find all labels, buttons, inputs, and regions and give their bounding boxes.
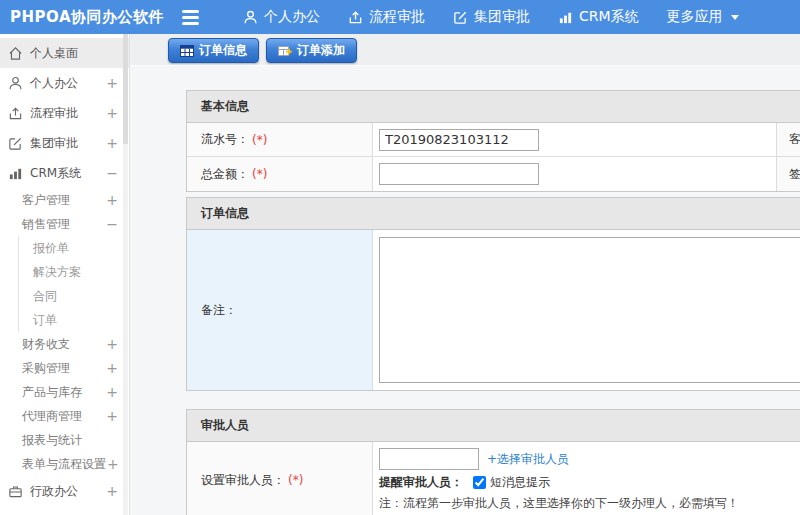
form-row-approvers: 设置审批人员： (*) +选择审批人员 提醒审批人员： 短消息提示 注：流程第一… xyxy=(187,442,800,515)
sidebar-item-sales-management[interactable]: 销售管理 − xyxy=(0,212,129,236)
sidebar-item-label: 销售管理 xyxy=(22,216,70,233)
expand-icon[interactable]: + xyxy=(106,193,118,207)
expand-icon[interactable]: + xyxy=(106,106,118,120)
sidebar-item-group-approval[interactable]: 集团审批 + xyxy=(0,128,129,158)
sidebar-item-personal-desktop[interactable]: 个人桌面 xyxy=(0,38,129,68)
flow-icon xyxy=(348,10,363,25)
field-label-right-cut: 签 xyxy=(777,157,800,191)
tab-bar: 订单信息 订单添加 xyxy=(130,34,800,66)
nav-label: 流程审批 xyxy=(369,8,425,26)
collapse-icon[interactable]: − xyxy=(106,217,118,231)
sidebar-item-label: 产品与库存 xyxy=(22,384,82,401)
serial-number-input[interactable] xyxy=(379,129,539,151)
expand-icon[interactable]: + xyxy=(106,484,118,498)
field-label-total-amount: 总金额： (*) xyxy=(187,157,373,191)
sidebar-item-product-inventory[interactable]: 产品与库存 + xyxy=(0,380,129,404)
sidebar-item-purchase-management[interactable]: 采购管理 + xyxy=(0,356,129,380)
form-row-total-amount: 总金额： (*) 签 xyxy=(187,157,800,191)
collapse-icon[interactable]: − xyxy=(106,166,118,180)
table-add-icon xyxy=(278,45,292,57)
section-title: 订单信息 xyxy=(187,198,800,230)
field-label-serial: 流水号： (*) xyxy=(187,123,373,156)
top-header: PHPOA协同办公软件 个人办公 流程审批 集团审批 CRM系统 更多应用 xyxy=(0,0,800,34)
sidebar-item-label: 集团审批 xyxy=(30,135,78,152)
chart-icon xyxy=(558,10,573,25)
remark-textarea[interactable] xyxy=(379,237,800,383)
briefcase-icon xyxy=(7,483,23,499)
sidebar: 个人桌面 个人办公 + 流程审批 + 集团审批 + CRM系统 − 客户管理 +… xyxy=(0,34,130,515)
form-content: 基本信息 流水号： (*) 客 总金额： (*) xyxy=(130,66,800,515)
nav-label: 更多应用 xyxy=(667,8,723,26)
expand-icon[interactable]: + xyxy=(106,409,118,423)
sidebar-item-form-flow-settings[interactable]: 表单与流程设置 + xyxy=(0,452,129,476)
sidebar-item-label: 合同 xyxy=(33,288,57,305)
sidebar-item-administrative-office[interactable]: 行政办公 + xyxy=(0,476,129,506)
field-label-remark: 备注： xyxy=(187,230,373,390)
nav-flow-approval[interactable]: 流程审批 xyxy=(334,0,439,34)
table-icon xyxy=(180,45,194,57)
sidebar-item-reports-statistics[interactable]: 报表与统计 xyxy=(0,428,129,452)
section-order-info: 订单信息 备注： xyxy=(186,197,800,391)
chart-icon xyxy=(7,165,23,181)
sidebar-item-customer-management[interactable]: 客户管理 + xyxy=(0,188,129,212)
form-row-serial: 流水号： (*) 客 xyxy=(187,123,800,157)
sidebar-item-finance[interactable]: 财务收支 + xyxy=(0,332,129,356)
top-nav: 个人办公 流程审批 集团审批 CRM系统 更多应用 xyxy=(229,0,753,34)
sidebar-item-solution[interactable]: 解决方案 xyxy=(0,260,129,284)
section-approvers: 审批人员 设置审批人员： (*) +选择审批人员 提醒审批人员： 短消息提示 xyxy=(186,409,800,515)
remind-label: 提醒审批人员： xyxy=(379,474,463,491)
section-basic-info: 基本信息 流水号： (*) 客 总金额： (*) xyxy=(186,90,800,192)
sms-notify-label: 短消息提示 xyxy=(490,474,550,491)
nav-group-approval[interactable]: 集团审批 xyxy=(439,0,544,34)
sidebar-item-label: 行政办公 xyxy=(30,483,78,500)
sidebar-item-label: 客户管理 xyxy=(22,192,70,209)
sidebar-item-order[interactable]: 订单 xyxy=(0,308,129,332)
caret-down-icon xyxy=(731,15,739,20)
expand-icon[interactable]: + xyxy=(106,337,118,351)
sidebar-item-label: 代理商管理 xyxy=(22,408,82,425)
expand-icon[interactable]: + xyxy=(106,76,118,90)
edit-icon xyxy=(453,10,468,25)
sidebar-item-crm-system[interactable]: CRM系统 − xyxy=(0,158,129,188)
field-label-right-cut: 客 xyxy=(777,123,800,156)
select-approver-link[interactable]: +选择审批人员 xyxy=(487,451,569,468)
tab-label: 订单信息 xyxy=(199,42,247,59)
tab-order-add[interactable]: 订单添加 xyxy=(266,38,357,63)
approver-input[interactable] xyxy=(379,448,479,470)
approver-note: 注：流程第一步审批人员，这里选择你的下一级办理人，必需填写！ xyxy=(379,495,800,512)
tab-order-info[interactable]: 订单信息 xyxy=(168,38,259,63)
sidebar-item-agent-management[interactable]: 代理商管理 + xyxy=(0,404,129,428)
field-label-approvers: 设置审批人员： (*) xyxy=(187,442,373,515)
expand-icon[interactable]: + xyxy=(107,457,119,471)
nav-more-apps[interactable]: 更多应用 xyxy=(653,0,753,34)
sidebar-item-label: 采购管理 xyxy=(22,360,70,377)
sidebar-item-contract[interactable]: 合同 xyxy=(0,284,129,308)
home-icon xyxy=(7,45,23,61)
sidebar-item-label: 报价单 xyxy=(33,240,69,257)
nav-personal-office[interactable]: 个人办公 xyxy=(229,0,334,34)
person-icon xyxy=(243,10,258,25)
sidebar-item-label: 订单 xyxy=(33,312,57,329)
section-title: 审批人员 xyxy=(187,410,800,442)
expand-icon[interactable]: + xyxy=(106,385,118,399)
sidebar-scrollbar[interactable] xyxy=(123,34,128,515)
sms-notify-checkbox[interactable] xyxy=(473,476,486,489)
required-mark: (*) xyxy=(288,473,303,487)
expand-icon[interactable]: + xyxy=(106,136,118,150)
sidebar-item-label: 报表与统计 xyxy=(22,432,82,449)
expand-icon[interactable]: + xyxy=(106,361,118,375)
hamburger-menu-icon[interactable] xyxy=(182,10,199,25)
nav-crm-system[interactable]: CRM系统 xyxy=(544,0,653,34)
nav-label: 个人办公 xyxy=(264,8,320,26)
sidebar-item-quotation[interactable]: 报价单 xyxy=(0,236,129,260)
person-icon xyxy=(7,75,23,91)
sidebar-item-personal-office[interactable]: 个人办公 + xyxy=(0,68,129,98)
sidebar-item-flow-approval[interactable]: 流程审批 + xyxy=(0,98,129,128)
nav-label: CRM系统 xyxy=(579,8,639,26)
main-area: 订单信息 订单添加 基本信息 流水号： (*) 客 xyxy=(130,34,800,515)
nav-label: 集团审批 xyxy=(474,8,530,26)
form-row-remark: 备注： xyxy=(187,230,800,390)
total-amount-input[interactable] xyxy=(379,163,539,185)
tab-label: 订单添加 xyxy=(297,42,345,59)
sidebar-item-label: 流程审批 xyxy=(30,105,78,122)
